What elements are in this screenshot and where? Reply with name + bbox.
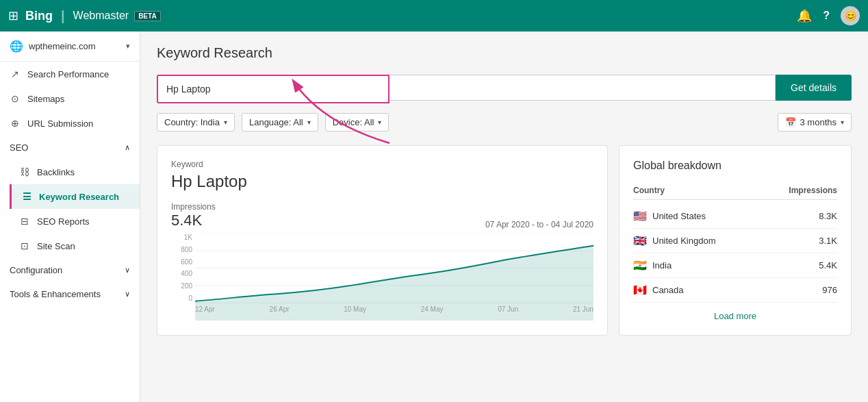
grid-icon[interactable]: ⊞ [8, 8, 18, 23]
col-impressions-label: Impressions [789, 186, 837, 195]
y-label-0: 0 [188, 294, 192, 302]
country-filter-chevron-icon: ▾ [224, 118, 227, 126]
topbar: ⊞ Bing | Webmaster BETA 🔔 ? 😊 [0, 0, 868, 32]
help-icon[interactable]: ? [823, 10, 830, 22]
country-name-canada: Canada [652, 285, 684, 295]
keyword-research-icon: ☰ [21, 191, 32, 202]
notification-icon[interactable]: 🔔 [797, 8, 812, 23]
country-india: 🇮🇳 India [633, 259, 672, 272]
keyword-section-label: Keyword [171, 160, 593, 169]
sidebar-item-keyword-research[interactable]: ☰ Keyword Research [10, 184, 140, 209]
impressions-section: Impressions 5.4K [171, 202, 216, 229]
seo-chevron-icon: ∧ [125, 143, 130, 152]
content-area: Keyword Research Get details Country: [140, 32, 868, 402]
flag-canada: 🇨🇦 [633, 284, 647, 297]
backlinks-label: Backlinks [37, 167, 75, 177]
get-details-button[interactable]: Get details [776, 75, 852, 101]
language-filter-label: Language: All [249, 117, 303, 127]
site-scan-icon: ⊡ [19, 240, 30, 251]
seo-section[interactable]: SEO ∧ [0, 136, 140, 160]
beta-badge: BETA [134, 11, 160, 21]
impressions-india: 5.4K [819, 260, 837, 271]
flag-uk: 🇬🇧 [633, 234, 647, 247]
country-filter-label: Country: India [164, 117, 220, 127]
col-country-label: Country [633, 186, 665, 195]
chart-x-axis: 12 Apr 26 Apr 10 May 24 May 07 Jun 21 Ju… [195, 302, 593, 316]
search-performance-icon: ↗ [10, 68, 21, 79]
cards-row: Keyword Hp Laptop Impressions 5.4K 07 Ap… [157, 145, 852, 336]
config-chevron-icon: ∨ [125, 266, 130, 275]
y-label-1k: 1K [184, 234, 192, 241]
load-more-button[interactable]: Load more [633, 311, 837, 321]
x-label-jun07: 07 Jun [498, 305, 518, 313]
flag-us: 🇺🇸 [633, 210, 647, 223]
language-filter[interactable]: Language: All ▾ [242, 113, 318, 131]
y-label-600: 600 [181, 258, 192, 266]
impressions-chart: 1K 800 600 400 200 0 [171, 234, 593, 316]
device-filter[interactable]: Device: All ▾ [325, 113, 390, 131]
user-avatar[interactable]: 😊 [841, 6, 860, 25]
x-label-apr12: 12 Apr [195, 305, 215, 313]
site-chevron-icon: ▾ [126, 42, 130, 51]
date-range-filter[interactable]: 📅 3 months ▾ [778, 113, 852, 131]
device-filter-chevron-icon: ▾ [378, 118, 381, 126]
tools-section[interactable]: Tools & Enhancements ∨ [0, 282, 140, 306]
keyword-research-label: Keyword Research [39, 192, 119, 202]
sidebar-item-site-scan[interactable]: ⊡ Site Scan [10, 234, 140, 258]
page-title: Keyword Research [157, 45, 852, 61]
seo-reports-label: SEO Reports [37, 216, 90, 227]
date-range-text: 07 Apr 2020 - to - 04 Jul 2020 [485, 220, 593, 229]
device-filter-label: Device: All [333, 117, 374, 127]
configuration-section[interactable]: Configuration ∨ [0, 258, 140, 282]
search-bar: Get details [157, 75, 852, 103]
bing-logo: Bing [25, 9, 53, 23]
seo-reports-icon: ⊟ [19, 216, 30, 227]
breakdown-table-header: Country Impressions [633, 181, 837, 200]
breakdown-row-uk: 🇬🇧 United Kingdom 3.1K [633, 229, 837, 253]
sidebar: 🌐 wpthemeinc.com ▾ ↗ Search Performance … [0, 32, 140, 402]
y-label-400: 400 [181, 270, 192, 277]
sidebar-item-url-submission[interactable]: ⊕ URL Submission [0, 111, 140, 136]
sidebar-item-search-performance[interactable]: ↗ Search Performance [0, 62, 140, 86]
tools-label: Tools & Enhancements [10, 289, 101, 299]
filter-bar: Country: India ▾ Language: All ▾ Device:… [157, 113, 852, 131]
global-breakdown-card: Global breakdown Country Impressions 🇺🇸 … [619, 145, 852, 336]
country-name-uk: United Kingdom [652, 236, 716, 246]
keyword-search-input[interactable] [158, 76, 388, 102]
chart-y-axis: 1K 800 600 400 200 0 [171, 234, 195, 302]
breakdown-title: Global breakdown [633, 160, 837, 172]
country-filter[interactable]: Country: India ▾ [157, 113, 235, 131]
topbar-icons: 🔔 ? 😊 [797, 6, 860, 25]
webmaster-label: Webmaster [73, 10, 129, 22]
url-submission-icon: ⊕ [10, 118, 21, 129]
x-label-may24: 24 May [421, 305, 444, 313]
sidebar-item-backlinks[interactable]: ⛓ Backlinks [10, 160, 140, 184]
sidebar-item-seo-reports[interactable]: ⊟ SEO Reports [10, 209, 140, 234]
url-submission-label: URL Submission [27, 118, 93, 129]
search-performance-label: Search Performance [27, 69, 109, 79]
impressions-value: 5.4K [171, 212, 216, 229]
y-label-800: 800 [181, 246, 192, 253]
date-range-label: 3 months [800, 117, 837, 127]
secondary-search-input[interactable] [390, 75, 776, 101]
sitemaps-icon: ⊙ [10, 93, 21, 104]
keyword-stats: Impressions 5.4K 07 Apr 2020 - to - 04 J… [171, 202, 593, 229]
sidebar-item-sitemaps[interactable]: ⊙ Sitemaps [0, 86, 140, 111]
logo-divider: | [61, 8, 65, 24]
country-name-india: India [652, 260, 672, 271]
seo-section-label: SEO [10, 142, 28, 153]
country-name-us: United States [652, 211, 706, 221]
date-range-chevron-icon: ▾ [841, 118, 844, 126]
topbar-logo: Bing | Webmaster BETA [25, 8, 161, 24]
keyword-name: Hp Laptop [171, 172, 593, 191]
globe-icon: 🌐 [10, 40, 23, 53]
breakdown-row-canada: 🇨🇦 Canada 976 [633, 278, 837, 303]
keyword-card: Keyword Hp Laptop Impressions 5.4K 07 Ap… [157, 145, 608, 336]
x-label-jun21: 21 Jun [573, 305, 593, 313]
breakdown-row-india: 🇮🇳 India 5.4K [633, 253, 837, 278]
x-label-may10: 10 May [344, 305, 366, 313]
calendar-icon: 📅 [785, 117, 796, 127]
site-selector[interactable]: 🌐 wpthemeinc.com ▾ [0, 32, 140, 62]
sitemaps-label: Sitemaps [27, 94, 64, 104]
impressions-label: Impressions [171, 202, 216, 212]
